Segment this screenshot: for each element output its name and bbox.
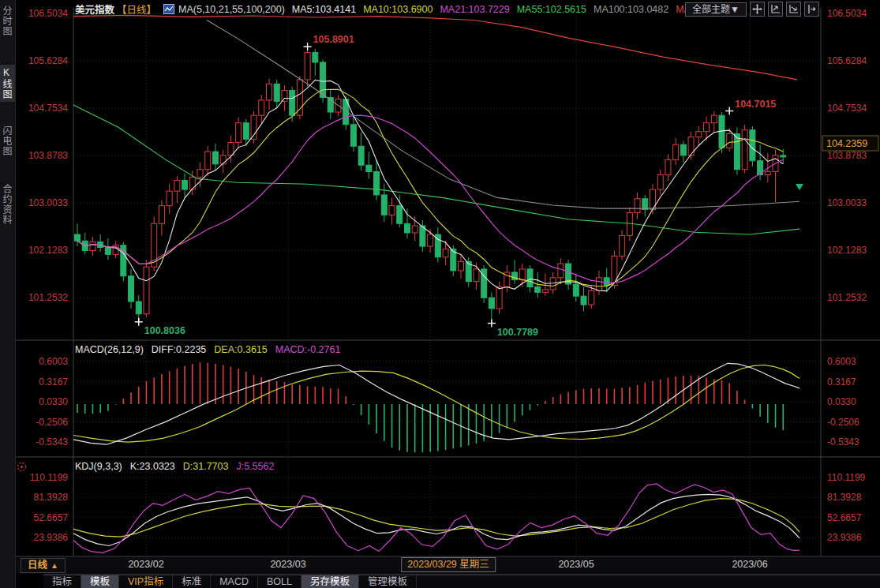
candle-body: [404, 223, 410, 233]
time-axis-label: 2023/06: [732, 559, 767, 570]
price-axis-label-left: 101.2532: [28, 292, 68, 303]
candle-body: [535, 287, 541, 293]
kline-indicator-icon: [163, 4, 174, 14]
candle-body: [389, 206, 395, 215]
candle-body: [474, 269, 479, 282]
candle-body: [212, 152, 218, 164]
candle-body: [366, 165, 372, 171]
candle-body: [519, 269, 525, 280]
candle-body: [558, 264, 564, 278]
candle-body: [174, 180, 180, 191]
time-axis-label: 2023/03: [270, 559, 305, 570]
ma200-line: [73, 15, 797, 80]
price-axis-label-right: 104.7534: [827, 103, 867, 114]
candle-body: [243, 123, 249, 140]
period-selector-button[interactable]: 日线▲: [21, 558, 66, 573]
toolbar-tab-MACD[interactable]: MACD: [211, 575, 258, 588]
macd-axis-label-left: 0.6003: [39, 356, 68, 367]
candle-body: [742, 130, 747, 170]
candle-body: [320, 62, 326, 98]
candle-body: [197, 170, 203, 178]
extreme-price-annotation: 100.8036: [144, 325, 185, 336]
toolbar-tab-标准[interactable]: 标准: [173, 575, 211, 588]
kdj-axis-label-left: 81.3928: [34, 492, 69, 503]
theme-dropdown-button[interactable]: 全部主题▼: [685, 2, 747, 17]
shift-right-icon[interactable]: [804, 2, 819, 17]
time-axis-label: 2023/02: [128, 559, 163, 570]
scale-time-axis-icon[interactable]: [786, 2, 801, 17]
candle-body: [635, 199, 640, 213]
candle-body: [205, 152, 211, 170]
candle-body: [727, 133, 732, 148]
scale-price-axis-icon[interactable]: [768, 2, 783, 17]
macd-dea-value: DEA:0.3615: [214, 344, 267, 355]
toolbar-tab-另存模板[interactable]: 另存模板: [301, 575, 359, 588]
candle-body: [259, 100, 264, 115]
candle-body: [182, 180, 188, 189]
macd-axis-label-left: 0.3167: [39, 376, 68, 388]
candle-body: [734, 133, 740, 169]
candle-body: [573, 284, 579, 296]
kdj-legend: KDJ(9,3,3) K:23.0323 D:31.7703 J:5.5562: [75, 461, 274, 472]
candle-body: [496, 287, 502, 309]
last-price-marker: [796, 184, 803, 190]
candle-body: [673, 144, 679, 159]
candle-body: [305, 53, 310, 80]
price-axis-label-left: 102.1283: [28, 245, 68, 256]
toolbar-tab-VIP指标[interactable]: VIP指标: [119, 575, 173, 588]
kdj-j-value: J:5.5562: [236, 461, 274, 472]
kdj-d-value: D:31.7703: [183, 461, 229, 472]
toolbar-tab-模板[interactable]: 模板: [81, 575, 119, 588]
candle-body: [696, 132, 702, 137]
candle-body: [412, 226, 418, 233]
macd-hist-value: MACD:-0.2761: [275, 344, 341, 355]
candle-body: [189, 177, 195, 189]
candle-body: [443, 249, 448, 257]
candle-body: [627, 213, 632, 236]
candle-body: [512, 272, 518, 280]
candle-body: [167, 191, 172, 206]
price-axis-label-right: 102.1283: [827, 245, 867, 256]
sidebar-item-contract-info[interactable]: 合约资料: [0, 182, 15, 227]
candle-body: [220, 155, 226, 164]
symbol-title: 美元指数: [75, 2, 114, 17]
ma21-value: MA21:103.7229: [440, 4, 509, 15]
ma55-value: MA55:102.5615: [517, 4, 586, 15]
kdj-axis-label-right: 110.1199: [827, 472, 866, 483]
header-controls: 全部主题▼: [685, 2, 819, 17]
candle-body: [750, 130, 755, 161]
candle-body: [781, 155, 786, 157]
sidebar-item-time-chart[interactable]: 分时图: [0, 3, 15, 39]
macd-axis-label-left: -0.5343: [36, 436, 68, 448]
candle-body: [704, 123, 710, 132]
candle-body: [350, 125, 356, 146]
candle-body: [267, 84, 272, 100]
candle-body: [620, 235, 625, 256]
candle-body: [374, 171, 380, 194]
sidebar-item-kline-chart[interactable]: K线图: [0, 65, 15, 102]
toolbar-tab-BOLL[interactable]: BOLL: [258, 575, 301, 588]
candle-body: [228, 142, 234, 155]
candle-body: [589, 290, 594, 305]
price-axis-label-left: 103.8783: [28, 150, 68, 161]
toolbar-tab-指标[interactable]: 指标: [43, 575, 81, 588]
candle-body: [657, 175, 663, 190]
candle-body: [397, 206, 403, 224]
macd-legend: MACD(26,12,9) DIFF:0.2235 DEA:0.3615 MAC…: [75, 344, 340, 355]
price-axis-label-right: 103.0033: [827, 197, 867, 208]
candle-body: [236, 123, 242, 143]
kdj-j-line: [73, 484, 799, 552]
candle-body: [542, 290, 548, 292]
candle-body: [381, 195, 387, 215]
candle-body: [358, 146, 364, 165]
macd-axis-label-right: -0.5343: [827, 436, 859, 448]
candle-body: [665, 159, 671, 174]
price-chart-svg[interactable]: 106.5034106.5034105.6284105.6284104.7534…: [0, 0, 880, 588]
candle-body: [420, 226, 425, 246]
toolbar-tab-管理模板[interactable]: 管理模板: [359, 575, 417, 588]
price-axis-label-left: 106.5034: [28, 8, 68, 19]
sidebar-item-flash-chart[interactable]: 闪电图: [0, 123, 15, 159]
candle-body: [765, 171, 770, 174]
pan-tool-icon[interactable]: [750, 2, 765, 17]
chart-legend: 美元指数 【日线】 MA(5,10,21,55,100,200) MA5:103…: [75, 2, 707, 16]
